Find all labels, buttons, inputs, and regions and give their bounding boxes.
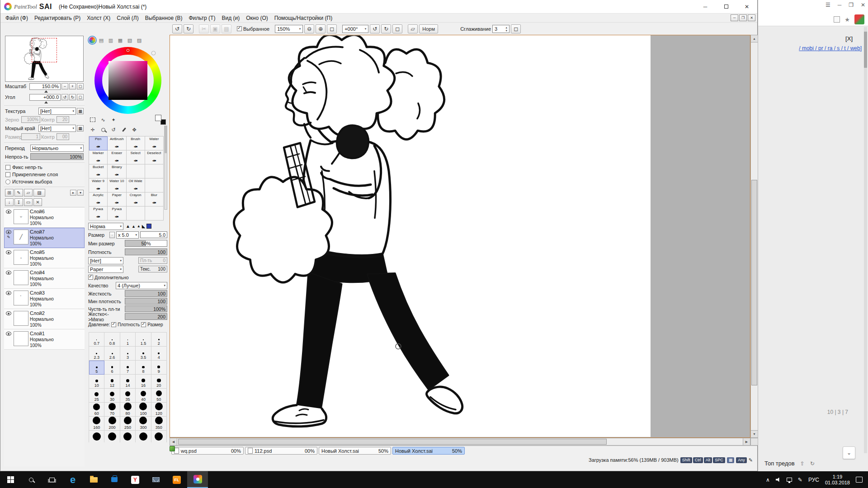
size-cell[interactable]	[89, 431, 104, 442]
texture-preview-button[interactable]: ▦	[77, 108, 84, 114]
size-cell[interactable]: 1.5	[136, 333, 151, 347]
tool-cell[interactable]: AirBrush ✒	[108, 136, 126, 150]
layer-option-check-row[interactable]: Прикрепление слоя	[4, 171, 85, 178]
document-tab[interactable]: Новый Холст.sai 50%	[392, 447, 465, 455]
vertical-scroll-thumb[interactable]	[751, 180, 757, 385]
magic-wand-icon[interactable]: ✦	[109, 116, 118, 123]
size-cell[interactable]: 7	[120, 361, 136, 375]
menu-item[interactable]: Вид (и)	[218, 14, 243, 22]
file-explorer-taskbar-icon[interactable]	[83, 471, 104, 488]
document-tab[interactable]: wq.psd 00%	[171, 447, 244, 455]
tool-cell[interactable]: Eraser ✒	[108, 150, 126, 164]
close-button[interactable]: ✕	[736, 0, 757, 14]
scroll-right-button[interactable]: ▶	[743, 438, 750, 445]
size-cell[interactable]	[120, 431, 136, 442]
flip-button[interactable]: ▱	[408, 24, 418, 33]
advanced-checkbox[interactable]	[88, 275, 93, 280]
brush-tip-flat-icon[interactable]: ◣	[142, 224, 146, 229]
layer-thumbnail[interactable]	[14, 331, 28, 346]
size-cell[interactable]: 35	[120, 389, 136, 403]
layer-visibility-eye-icon[interactable]	[6, 291, 11, 295]
hue-marker[interactable]	[126, 49, 129, 52]
layer-row[interactable]: ✎ Слой4 Нормально 100%	[4, 268, 85, 289]
scale-value[interactable]: 150.0%	[29, 83, 61, 90]
transfer-down-button[interactable]: ↓	[5, 198, 14, 206]
tool-cell[interactable]: Crayon ✒	[127, 192, 145, 206]
layer-visibility-eye-icon[interactable]	[6, 210, 11, 214]
cut-button[interactable]: ✂	[199, 24, 209, 33]
copy-button[interactable]: ▣	[210, 24, 220, 33]
clear-layer-button[interactable]: ▭	[24, 198, 33, 206]
tool-cell[interactable]: Water ✒	[145, 136, 164, 150]
tool-cell[interactable]: Binary ✒	[108, 164, 126, 178]
lasso-icon[interactable]: ∿	[99, 116, 107, 123]
new-linework-layer-button[interactable]: ✎	[14, 189, 23, 197]
rotate-cw-button[interactable]: ↻	[381, 24, 391, 33]
refresh-icon[interactable]: ↻	[810, 460, 815, 467]
wet-size-value[interactable]: 1	[21, 133, 40, 140]
tool-cell[interactable]: Water 10 ✒	[108, 178, 126, 192]
store-taskbar-icon[interactable]	[104, 471, 125, 488]
browser-favicon[interactable]	[854, 14, 864, 24]
texture-dropdown[interactable]: [Нет]▾	[38, 108, 76, 115]
size-unit-button[interactable]: ·	[109, 232, 115, 238]
layer-thumbnail[interactable]	[14, 250, 28, 265]
option-checkbox[interactable]	[5, 179, 10, 184]
size-cell[interactable]: 16	[136, 375, 151, 389]
scroll-left-button[interactable]: ◀	[170, 438, 177, 445]
layer-special-button[interactable]: ▨	[33, 189, 45, 197]
new-layer-set-button[interactable]: ▱	[24, 189, 33, 197]
tool-cell[interactable]: Select ✒	[127, 150, 145, 164]
tool-cell[interactable]: ✒	[145, 164, 164, 178]
quality-dropdown[interactable]: 4 (Лучше)▾	[116, 282, 167, 289]
grain-contrast-value[interactable]: 20	[57, 116, 69, 123]
size-cell[interactable]: 12	[104, 375, 120, 389]
pen-settings-icon[interactable]: ✎	[798, 477, 802, 483]
smoothing-dropdown[interactable]: 3▴▾	[492, 25, 509, 33]
size-mult-dropdown[interactable]: x 5.0▾	[116, 231, 139, 239]
wet-edge-extra-button[interactable]: ▦	[77, 125, 84, 131]
rgb-sliders-tab-icon[interactable]: ▤	[98, 37, 105, 44]
size-cell[interactable]: 0.7	[89, 333, 104, 347]
blend-mode-dropdown[interactable]: Нормально▾	[30, 145, 84, 152]
size-cell[interactable]	[151, 431, 167, 442]
browser-page-icon[interactable]	[834, 16, 840, 23]
size-cell[interactable]: 10	[89, 375, 104, 389]
size-cell[interactable]: 6	[104, 361, 120, 375]
menu-item[interactable]: Выбранное (В)	[142, 14, 186, 22]
pressure-size-checkbox[interactable]	[141, 322, 146, 327]
layer-row[interactable]: ✎ Слой2 Нормально 100%	[4, 309, 85, 329]
size-cell[interactable]: 60	[89, 403, 104, 417]
layer-opacity-slider[interactable]: 100%	[30, 153, 84, 160]
menu-item[interactable]: Слой (Л)	[113, 14, 142, 22]
size-cell[interactable]: 3.5	[136, 347, 151, 361]
task-view-button[interactable]	[42, 471, 62, 488]
layer-visibility-eye-icon[interactable]	[6, 230, 11, 234]
tool-cell[interactable]: Deselect ✒	[145, 150, 164, 164]
yandex-browser-taskbar-icon[interactable]: Y	[125, 471, 146, 488]
tool-cell[interactable]: Brush ✒	[127, 136, 145, 150]
size-cell[interactable]: 9	[151, 361, 167, 375]
pan-tool-icon[interactable]: ✥	[130, 126, 138, 133]
wet-edge-dropdown[interactable]: [Нет]▾	[38, 125, 76, 132]
paper-strength-box[interactable]: Текс.100	[138, 266, 167, 272]
size-cell[interactable]: 5	[89, 361, 104, 375]
sai-taskbar-icon[interactable]	[187, 471, 208, 488]
size-cell[interactable]: 1	[120, 333, 136, 347]
size-cell[interactable]: 50	[151, 389, 167, 403]
nav-zoom-reset-button[interactable]: ◻	[77, 83, 84, 89]
layer-thumbnail[interactable]	[14, 230, 28, 244]
advanced-slider[interactable]: 200	[125, 313, 167, 320]
browser-minimize-button[interactable]: ─	[838, 2, 842, 8]
tool-cell[interactable]: Marker ✒	[89, 150, 108, 164]
grain-value[interactable]: 100%	[21, 116, 40, 123]
horizontal-scroll-thumb[interactable]	[178, 439, 607, 445]
size-cell[interactable]: 300	[136, 417, 151, 431]
sv-marker[interactable]	[152, 52, 155, 55]
tool-cell[interactable]: Ручка ✒	[108, 206, 126, 221]
brush-tip-soft-icon[interactable]: ▲	[132, 224, 136, 229]
page-nav-links[interactable]: / mobi / pr / ra / s / t / web]	[799, 45, 862, 52]
zoom-tool-icon[interactable]	[99, 126, 107, 133]
canvas-horizontal-scrollbar[interactable]: ◀ ▶	[170, 438, 750, 446]
size-cell[interactable]: 2.3	[89, 347, 104, 361]
